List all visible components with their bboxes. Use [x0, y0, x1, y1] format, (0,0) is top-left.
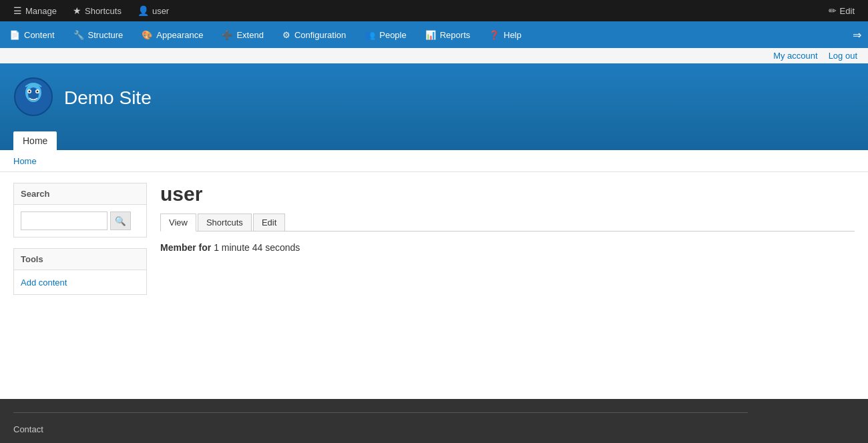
- user-label: user: [152, 6, 169, 16]
- nav-content[interactable]: 📄 Content: [0, 21, 64, 48]
- admin-toolbar-left: ☰ Manage ★ Shortcuts 👤 user: [5, 0, 177, 21]
- site-primary-nav: Home: [13, 131, 855, 150]
- log-out-link[interactable]: Log out: [829, 51, 857, 61]
- shortcuts-label: Shortcuts: [85, 6, 122, 16]
- hamburger-icon: ☰: [13, 5, 22, 16]
- main-wrapper: Search 🔍 Tools Add content user View: [0, 172, 868, 372]
- nav-structure[interactable]: 🔧 Structure: [64, 21, 133, 48]
- extend-icon: ➕: [222, 30, 232, 40]
- nav-structure-label: Structure: [88, 30, 124, 40]
- nav-people[interactable]: 👥 People: [355, 21, 415, 48]
- tab-shortcuts[interactable]: Shortcuts: [198, 213, 252, 232]
- admin-toolbar-right: ✏ Edit: [821, 0, 863, 21]
- breadcrumb-home-link[interactable]: Home: [13, 156, 37, 166]
- site-branding: Demo Site: [13, 77, 855, 129]
- member-for-label: Member for: [160, 242, 211, 253]
- content-tabs: View Shortcuts Edit: [160, 213, 855, 232]
- user-menu-item[interactable]: 👤 user: [130, 0, 177, 21]
- tools-block-content: Add content: [14, 270, 146, 294]
- member-info: Member for 1 minute 44 seconds: [160, 242, 855, 253]
- pencil-icon: ✏: [829, 5, 837, 16]
- edit-menu-item[interactable]: ✏ Edit: [821, 0, 863, 21]
- nav-extend-label: Extend: [236, 30, 263, 40]
- search-button[interactable]: 🔍: [110, 211, 131, 230]
- nav-configuration[interactable]: ⚙ Configuration: [273, 21, 355, 48]
- nav-help[interactable]: ❓ Help: [479, 21, 531, 48]
- search-block-title: Search: [14, 183, 146, 205]
- help-icon: ❓: [489, 30, 499, 40]
- site-name-link[interactable]: Demo Site: [64, 87, 152, 109]
- nav-people-label: People: [379, 30, 406, 40]
- site-header: Demo Site Home: [0, 63, 868, 150]
- search-input[interactable]: [21, 211, 107, 230]
- search-block-content: 🔍: [14, 205, 146, 237]
- search-block: Search 🔍: [13, 183, 147, 238]
- appearance-icon: 🎨: [142, 30, 152, 40]
- breadcrumb: Home: [13, 155, 855, 166]
- secondary-nav: 📄 Content 🔧 Structure 🎨 Appearance ➕ Ext…: [0, 21, 868, 48]
- configuration-icon: ⚙: [282, 30, 290, 40]
- manage-label: Manage: [25, 6, 57, 16]
- secondary-nav-right: ⇒: [853, 21, 868, 48]
- nav-configuration-label: Configuration: [294, 30, 346, 40]
- footer-inner: Contact Powered by Drupal: [13, 412, 748, 443]
- add-content-link[interactable]: Add content: [21, 278, 67, 288]
- edit-label: Edit: [840, 6, 855, 16]
- nav-content-label: Content: [24, 30, 55, 40]
- people-icon: 👥: [365, 30, 375, 40]
- user-account-bar: My account Log out: [0, 48, 868, 63]
- tab-view[interactable]: View: [160, 213, 196, 232]
- footer-nav: Contact: [13, 424, 748, 434]
- content-icon: 📄: [9, 30, 20, 40]
- my-account-link[interactable]: My account: [773, 51, 817, 61]
- tools-block-title: Tools: [14, 249, 146, 270]
- drupal-logo: [13, 77, 53, 117]
- member-duration-value: 1 minute 44 seconds: [214, 242, 300, 253]
- nav-appearance-label: Appearance: [156, 30, 203, 40]
- tools-block: Tools Add content: [13, 248, 147, 295]
- sidebar: Search 🔍 Tools Add content: [13, 183, 147, 362]
- star-icon: ★: [73, 5, 81, 16]
- arrow-icon: ⇒: [853, 29, 861, 41]
- nav-reports-label: Reports: [440, 30, 471, 40]
- svg-point-6: [37, 91, 39, 93]
- structure-icon: 🔧: [73, 30, 84, 40]
- footer-contact-link[interactable]: Contact: [13, 424, 43, 434]
- nav-appearance[interactable]: 🎨 Appearance: [132, 21, 212, 48]
- shortcuts-menu-item[interactable]: ★ Shortcuts: [65, 0, 130, 21]
- footer: Contact Powered by Drupal: [0, 399, 868, 443]
- manage-menu-item[interactable]: ☰ Manage: [5, 0, 65, 21]
- site-logo-link[interactable]: [13, 77, 53, 119]
- admin-toolbar: ☰ Manage ★ Shortcuts 👤 user ✏ Edit: [0, 0, 868, 21]
- reports-icon: 📊: [425, 30, 436, 40]
- search-form: 🔍: [21, 211, 140, 230]
- page-content: user View Shortcuts Edit Member for 1 mi…: [160, 183, 855, 362]
- page-title: user: [160, 183, 855, 205]
- user-icon: 👤: [138, 5, 149, 16]
- search-icon: 🔍: [115, 216, 126, 226]
- nav-help-label: Help: [503, 30, 521, 40]
- tab-edit[interactable]: Edit: [253, 213, 285, 232]
- svg-point-5: [29, 91, 31, 93]
- home-nav-label: Home: [23, 135, 47, 146]
- breadcrumb-bar: Home: [0, 150, 868, 172]
- nav-reports[interactable]: 📊 Reports: [416, 21, 480, 48]
- nav-home[interactable]: Home: [13, 131, 57, 150]
- nav-extend[interactable]: ➕ Extend: [212, 21, 272, 48]
